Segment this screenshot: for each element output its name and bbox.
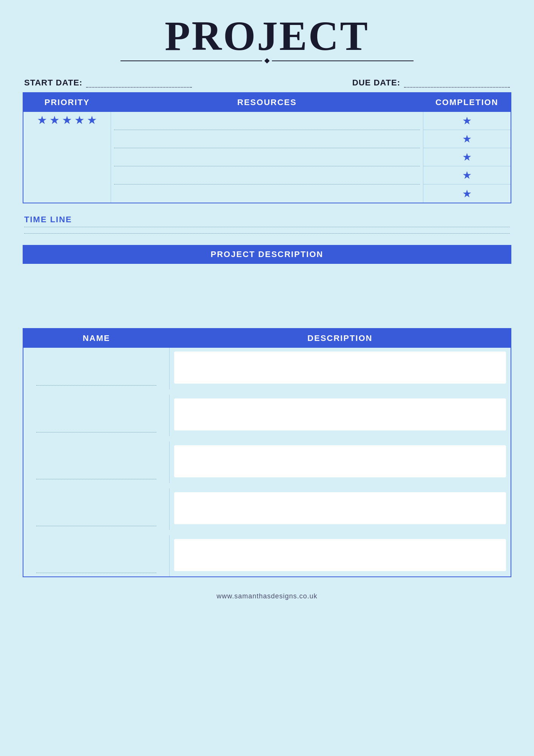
completion-star-5: ★	[462, 187, 472, 200]
task-name-cell-3[interactable]	[23, 442, 170, 483]
footer: www.samanthasdesigns.co.uk	[23, 592, 511, 600]
divider-line-left	[120, 60, 262, 61]
project-description-box[interactable]	[23, 264, 511, 317]
priority-star-1: ★	[37, 113, 47, 127]
footer-website: www.samanthasdesigns.co.uk	[216, 592, 317, 600]
timeline-section: TIME LINE	[23, 215, 511, 234]
completion-star-3: ★	[462, 151, 472, 163]
completion-star-4: ★	[462, 169, 472, 181]
completion-star-row-2: ★	[423, 130, 511, 148]
task-name-line-4	[36, 526, 157, 526]
task-header-row: NAME DESCRIPTION	[23, 328, 511, 348]
completion-star-row-5: ★	[423, 184, 511, 203]
due-date-field: DUE DATE:	[352, 78, 510, 88]
resource-line-3[interactable]	[114, 148, 420, 166]
row-spacer	[23, 483, 511, 488]
completion-header: COMPLETION	[423, 93, 511, 112]
priority-stars: ★ ★ ★ ★ ★	[23, 113, 111, 127]
task-description-header: DESCRIPTION	[170, 328, 511, 348]
row-spacer	[23, 436, 511, 442]
priority-cell: ★ ★ ★ ★ ★	[23, 112, 111, 203]
task-name-line-2	[36, 432, 157, 432]
prc-body-row: ★ ★ ★ ★ ★	[23, 112, 511, 203]
table-row	[23, 395, 511, 436]
start-date-input[interactable]	[86, 79, 192, 88]
task-desc-box-5[interactable]	[174, 539, 506, 571]
task-name-cell-1[interactable]	[23, 348, 170, 389]
table-row	[23, 348, 511, 389]
completion-cell: ★ ★ ★ ★ ★	[423, 112, 511, 203]
task-table: NAME DESCRIPTION	[23, 328, 511, 577]
task-desc-box-1[interactable]	[174, 352, 506, 384]
due-date-label: DUE DATE:	[352, 78, 400, 88]
priority-star-3: ★	[62, 113, 72, 127]
resource-line-2[interactable]	[114, 130, 420, 148]
start-date-label: START DATE:	[24, 78, 82, 88]
table-row	[23, 488, 511, 530]
resources-header: RESOURCES	[111, 93, 423, 112]
table-row	[23, 535, 511, 577]
resource-line-4[interactable]	[114, 166, 420, 184]
priority-header: PRIORITY	[23, 93, 111, 112]
timeline-label: TIME LINE	[24, 215, 510, 225]
task-desc-box-2[interactable]	[174, 398, 506, 431]
task-desc-cell-1[interactable]	[170, 348, 511, 389]
due-date-input[interactable]	[404, 79, 510, 88]
title-divider	[120, 59, 414, 63]
task-name-cell-2[interactable]	[23, 395, 170, 436]
table-row	[23, 442, 511, 483]
priority-star-4: ★	[74, 113, 85, 127]
divider-line-right	[272, 60, 414, 61]
completion-star-2: ★	[462, 133, 472, 145]
task-name-line-3	[36, 479, 157, 479]
resources-cell	[111, 112, 423, 203]
completion-star-row-3: ★	[423, 148, 511, 166]
task-name-line-1	[36, 385, 157, 386]
task-name-cell-4[interactable]	[23, 488, 170, 530]
project-description-header: PROJECT DESCRIPTION	[23, 245, 511, 264]
divider-diamond-left	[264, 58, 270, 64]
completion-star-row-1: ★	[423, 112, 511, 130]
timeline-line-2[interactable]	[24, 233, 510, 234]
priority-resources-completion-table: PRIORITY RESOURCES COMPLETION ★ ★ ★ ★ ★	[23, 92, 511, 203]
priority-star-5: ★	[87, 113, 97, 127]
page-title: PROJECT	[23, 15, 511, 57]
timeline-line-1[interactable]	[24, 227, 510, 227]
completion-star-1: ★	[462, 115, 472, 127]
task-name-line-5	[36, 573, 157, 573]
date-row: START DATE: DUE DATE:	[23, 78, 511, 88]
row-spacer	[23, 530, 511, 535]
task-desc-box-3[interactable]	[174, 445, 506, 477]
task-desc-cell-4[interactable]	[170, 488, 511, 530]
priority-star-2: ★	[49, 113, 60, 127]
task-desc-box-4[interactable]	[174, 492, 506, 524]
resource-line-5[interactable]	[114, 184, 420, 203]
completion-star-row-4: ★	[423, 166, 511, 184]
resource-line-1[interactable]	[114, 112, 420, 130]
task-name-cell-5[interactable]	[23, 535, 170, 577]
task-desc-cell-3[interactable]	[170, 442, 511, 483]
start-date-field: START DATE:	[24, 78, 192, 88]
task-desc-cell-5[interactable]	[170, 535, 511, 577]
title-section: PROJECT	[23, 15, 511, 63]
task-desc-cell-2[interactable]	[170, 395, 511, 436]
prc-header-row: PRIORITY RESOURCES COMPLETION	[23, 93, 511, 112]
task-name-header: NAME	[23, 328, 170, 348]
row-spacer	[23, 389, 511, 395]
